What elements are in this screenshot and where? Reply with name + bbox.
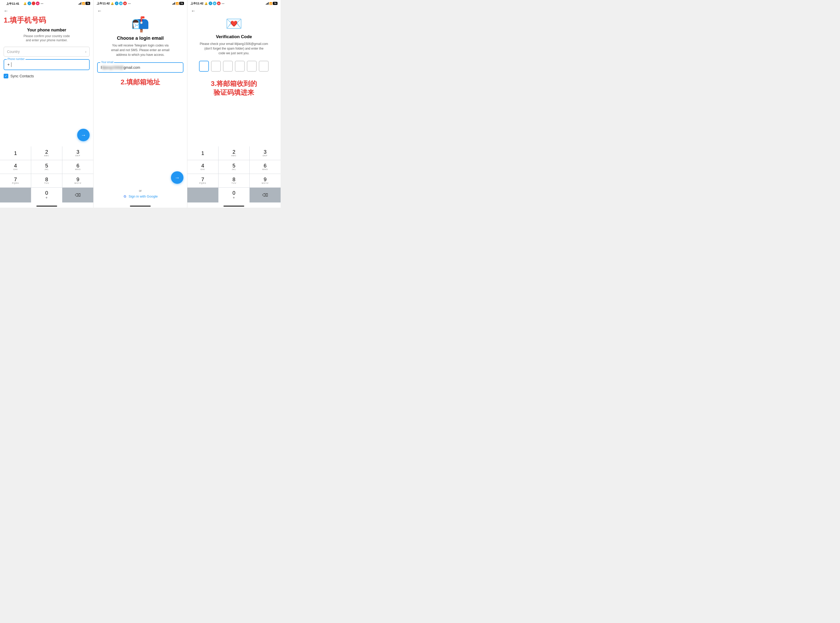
key-digit: 6	[264, 163, 266, 168]
back-arrow-2: ←	[97, 8, 102, 14]
key-1-2[interactable]: 2 ABC	[31, 146, 62, 160]
google-icon: G	[123, 194, 127, 198]
home-bar-indicator-3	[223, 206, 244, 207]
key-digit: 5	[232, 163, 235, 168]
key-digit: 2	[232, 149, 235, 155]
code-box-1[interactable]	[199, 61, 209, 72]
or-section: or G Sign in with Google	[94, 189, 187, 203]
key-3-3[interactable]: 3 DEF	[250, 146, 281, 160]
code-box-3[interactable]	[223, 61, 233, 72]
country-selector[interactable]: Country ›	[4, 47, 90, 57]
code-box-4[interactable]	[235, 61, 245, 72]
key-1-3[interactable]: 3 DEF	[62, 146, 93, 160]
key-3-2[interactable]: 2 ABC	[218, 146, 249, 160]
code-box-6[interactable]	[259, 61, 269, 72]
notification-dots-2: T W M	[115, 2, 127, 5]
panel1-content: 1.填手机号码 Your phone number Please confirm…	[0, 16, 93, 129]
sync-checkbox[interactable]: ✓	[4, 74, 8, 78]
key-digit: 7	[202, 177, 204, 182]
code-input-boxes[interactable]	[199, 61, 269, 72]
signal-icon-2	[172, 2, 175, 5]
wifi-icon-3: 📶	[269, 2, 272, 5]
title-chinese-2: 2.填邮箱地址	[120, 78, 160, 87]
notif-tg-3: T	[209, 2, 212, 5]
home-bar-2	[94, 203, 187, 208]
more-dots-2: ···	[128, 2, 131, 5]
home-bar-indicator-1	[36, 206, 57, 207]
key-3-9[interactable]: 9 WXYZ	[250, 174, 281, 187]
verif-title: Verification Code	[216, 34, 252, 40]
home-bar-1	[0, 203, 93, 208]
code-box-5[interactable]	[247, 61, 257, 72]
time-2: 上午11:42	[97, 2, 110, 5]
key-3-8[interactable]: 8 TUV	[218, 174, 249, 187]
key-sub: TUV	[44, 182, 49, 184]
key-sub: MNO	[262, 168, 268, 171]
time-3: 上午11:42	[191, 2, 203, 5]
key-sub: WXYZ	[262, 182, 269, 184]
next-button-2[interactable]: →	[171, 171, 183, 184]
key-1-5[interactable]: 5 JKL	[31, 160, 62, 173]
key-digit: 2	[45, 149, 48, 155]
key-3-7[interactable]: 7 PQRS	[187, 174, 218, 187]
key-1-1[interactable]: 1	[0, 146, 31, 160]
status-icons-right-1: 📶 76	[78, 2, 90, 5]
key-3-4[interactable]: 4 GHI	[187, 160, 218, 173]
key-3-1[interactable]: 1	[187, 146, 218, 160]
back-button-1[interactable]: ←	[0, 6, 93, 16]
key-plus: +	[233, 195, 235, 200]
key-1-7[interactable]: 7 PQRS	[0, 174, 31, 187]
title-chinese-3: 3.将邮箱收到的验证码填进来	[211, 80, 257, 97]
email-value: lilijiang1506@gmail.com	[101, 65, 180, 69]
backspace-icon: ⌫	[75, 193, 81, 198]
phone-input-container[interactable]: Phone number +	[4, 59, 90, 70]
key-sub: ABC	[231, 155, 237, 157]
key-3-0[interactable]: 0 +	[218, 188, 249, 203]
or-text: or	[94, 189, 187, 193]
phone-input-field: +	[7, 62, 86, 67]
back-button-3[interactable]: ←	[187, 6, 281, 16]
key-digit: 8	[45, 177, 48, 182]
back-arrow-3: ←	[191, 8, 195, 14]
next-button-1[interactable]: →	[77, 129, 90, 141]
key-1-8[interactable]: 8 TUV	[31, 174, 62, 187]
code-box-2[interactable]	[211, 61, 221, 72]
key-sub: DEF	[75, 155, 80, 157]
key-digit: 6	[76, 163, 79, 168]
notif-telegram: T	[28, 2, 31, 5]
key-3-del[interactable]: ⌫	[250, 188, 281, 203]
key-1-6[interactable]: 6 MNO	[62, 160, 93, 173]
email-input-container[interactable]: Your email lilijiang1506@gmail.com	[97, 62, 183, 73]
sign-in-google-button[interactable]: G Sign in with Google	[94, 194, 187, 198]
phone-input-label: Phone number	[7, 58, 25, 60]
more-dots-3: ···	[222, 2, 225, 5]
signal-icon-3	[266, 2, 269, 5]
panel2-content: 📬 Choose a login email You will receive …	[94, 16, 187, 171]
phone-number-subtitle: Please confirm your country codeand ente…	[4, 34, 90, 43]
key-1-4[interactable]: 4 GHI	[0, 160, 31, 173]
status-bar-2: 上午11:42 🔔 T W M ··· 📶 76	[94, 0, 187, 6]
home-bar-3	[187, 203, 281, 208]
key-sub: PQRS	[199, 182, 206, 184]
country-placeholder: Country	[7, 49, 20, 54]
key-digit: 1	[14, 150, 17, 156]
key-sub: GHI	[201, 168, 205, 171]
key-1-0[interactable]: 0 +	[31, 188, 62, 203]
notif-tg-2: T	[115, 2, 118, 5]
back-button-2[interactable]: ←	[94, 6, 187, 16]
time-1: 上午11:41	[3, 0, 22, 6]
key-sub: GHI	[13, 168, 18, 171]
key-3-empty	[187, 188, 218, 203]
battery-1: 76	[86, 2, 90, 5]
sync-contacts-row[interactable]: ✓ Sync Contacts	[4, 74, 90, 78]
key-3-5[interactable]: 5 JKL	[218, 160, 249, 173]
back-arrow-1: ←	[4, 8, 8, 14]
key-3-6[interactable]: 6 MNO	[250, 160, 281, 173]
key-1-9[interactable]: 9 WXYZ	[62, 174, 93, 187]
email-subtitle: You will receive Telegram login codes vi…	[111, 43, 169, 57]
wifi-icon-1: 📶	[82, 2, 85, 5]
key-1-del[interactable]: ⌫	[62, 188, 93, 203]
panel-email: 上午11:42 🔔 T W M ··· 📶 76 ← 📬 Choose a lo…	[94, 0, 187, 208]
notif-3: M	[123, 2, 127, 5]
key-digit: 7	[14, 177, 17, 182]
